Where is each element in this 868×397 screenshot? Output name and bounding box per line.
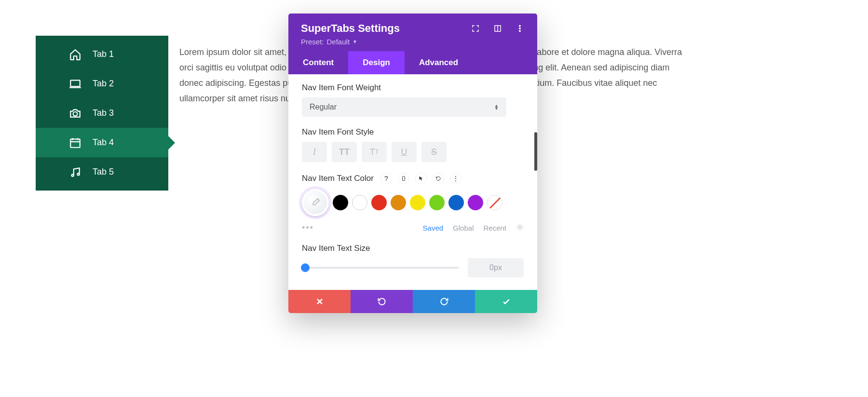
text-color-label: Nav Item Text Color — [302, 174, 374, 183]
home-icon — [67, 48, 84, 61]
text-size-slider[interactable] — [302, 267, 459, 269]
svg-point-10 — [519, 226, 521, 228]
cancel-button[interactable] — [288, 290, 351, 313]
sidebar-tab-label: Tab 3 — [93, 108, 114, 118]
text-size-label: Nav Item Text Size — [302, 244, 524, 253]
modal-tab-advanced[interactable]: Advanced — [405, 51, 473, 74]
modal-header: SuperTabs Settings Preset: Default ▼ — [288, 14, 537, 51]
font-style-label: Nav Item Font Style — [302, 127, 524, 137]
sidebar-tab-label: Tab 5 — [93, 167, 114, 177]
color-swatch-yellow[interactable] — [410, 195, 425, 210]
scrollbar[interactable] — [534, 132, 537, 171]
italic-button[interactable]: I — [302, 142, 327, 162]
modal-tab-design[interactable]: Design — [348, 51, 405, 74]
sidebar-tab-2[interactable]: Tab 2 — [36, 69, 168, 98]
expand-icon[interactable] — [471, 24, 480, 33]
font-weight-value: Regular — [310, 103, 337, 111]
more-icon[interactable] — [515, 24, 525, 33]
preset-dropdown[interactable]: Preset: Default ▼ — [301, 38, 357, 46]
redo-button[interactable] — [413, 290, 475, 313]
svg-point-4 — [77, 173, 79, 175]
svg-point-3 — [71, 174, 73, 176]
color-swatch-none[interactable] — [487, 195, 502, 210]
laptop-icon — [67, 78, 84, 90]
color-swatch-black[interactable] — [333, 195, 348, 210]
confirm-button[interactable] — [475, 290, 537, 313]
palette-more-icon[interactable]: ••• — [302, 223, 314, 233]
slider-thumb[interactable] — [301, 263, 310, 272]
modal-footer — [288, 290, 537, 313]
svg-rect-2 — [70, 139, 80, 147]
camera-icon — [67, 107, 84, 120]
uppercase-button[interactable]: TT — [332, 142, 357, 162]
font-weight-select[interactable]: Regular ▲▼ — [302, 97, 506, 117]
modal-title: SuperTabs Settings — [301, 22, 400, 35]
chevron-down-icon: ▼ — [353, 39, 357, 44]
calendar-icon — [67, 137, 84, 149]
help-icon[interactable]: ? — [380, 173, 392, 184]
underline-button[interactable]: U — [392, 142, 417, 162]
sidebar-tab-1[interactable]: Tab 1 — [36, 40, 168, 69]
columns-icon[interactable] — [493, 24, 502, 33]
smallcaps-button[interactable]: TT — [362, 142, 387, 162]
sidebar-tab-4[interactable]: Tab 4 — [36, 128, 168, 157]
svg-point-1 — [73, 111, 78, 116]
color-swatch-white[interactable] — [352, 195, 367, 210]
color-eyedropper[interactable] — [302, 189, 329, 216]
modal-body: Nav Item Font Weight Regular ▲▼ Nav Item… — [288, 74, 537, 290]
svg-rect-0 — [70, 80, 80, 86]
font-weight-label: Nav Item Font Weight — [302, 83, 524, 93]
svg-point-6 — [519, 26, 520, 27]
text-size-input[interactable]: 0px — [468, 258, 524, 277]
sidebar-tab-5[interactable]: Tab 5 — [36, 157, 168, 187]
reset-icon[interactable] — [433, 173, 444, 184]
device-icon[interactable] — [398, 173, 409, 184]
strikethrough-button[interactable]: S — [421, 142, 447, 162]
settings-modal: SuperTabs Settings Preset: Default ▼ Con… — [288, 14, 537, 313]
svg-point-7 — [519, 28, 520, 29]
svg-point-8 — [519, 30, 520, 31]
text-size-value: 0px — [489, 263, 502, 272]
sidebar-tab-label: Tab 2 — [93, 79, 114, 89]
palette-tab-global[interactable]: Global — [453, 224, 474, 232]
sidebar-tabs: Tab 1 Tab 2 Tab 3 Tab 4 Tab 5 — [36, 36, 168, 191]
palette-tab-recent[interactable]: Recent — [483, 224, 506, 232]
color-swatch-red[interactable] — [371, 195, 387, 210]
undo-button[interactable] — [351, 290, 413, 313]
select-caret-icon: ▲▼ — [494, 104, 499, 110]
color-swatch-orange[interactable] — [391, 195, 406, 210]
sidebar-tab-label: Tab 4 — [93, 137, 114, 148]
modal-tabs: Content Design Advanced — [288, 51, 537, 74]
preset-value: Default — [327, 38, 350, 46]
color-swatch-purple[interactable] — [468, 195, 483, 210]
sidebar-tab-3[interactable]: Tab 3 — [36, 98, 168, 128]
palette-tab-saved[interactable]: Saved — [423, 224, 444, 232]
hover-icon[interactable] — [415, 173, 427, 184]
svg-rect-9 — [402, 177, 405, 181]
preset-label: Preset: — [301, 38, 324, 46]
music-icon — [67, 166, 84, 178]
gear-icon[interactable] — [516, 223, 524, 233]
modal-tab-content[interactable]: Content — [288, 51, 348, 74]
sidebar-tab-label: Tab 1 — [93, 49, 114, 59]
color-swatch-blue[interactable] — [448, 195, 464, 210]
color-swatch-green[interactable] — [429, 195, 445, 210]
options-icon[interactable]: ⋮ — [450, 173, 461, 184]
